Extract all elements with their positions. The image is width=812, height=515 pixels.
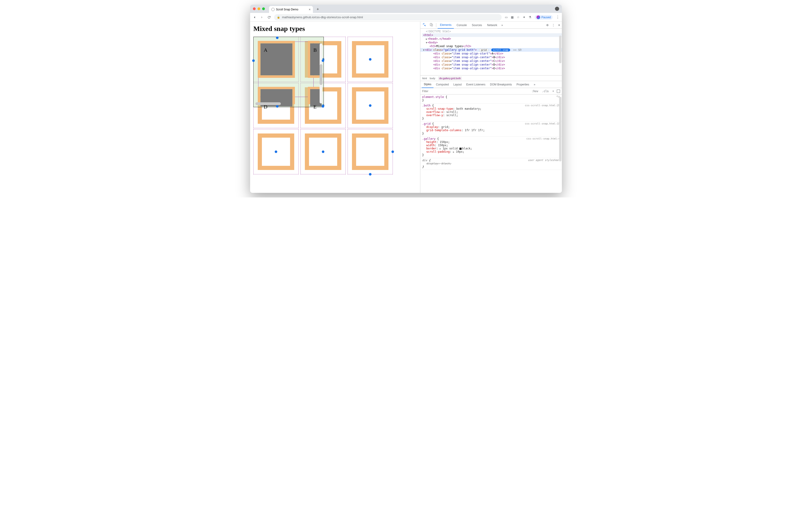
color-swatch-icon[interactable] <box>459 148 462 150</box>
titlebar: Scroll Snap Demo × + <box>250 5 562 13</box>
scroll-snap-badge[interactable]: scroll-snap <box>491 49 510 52</box>
cls-toggle[interactable]: .cls <box>541 89 550 93</box>
settings-icon[interactable]: ⚙ <box>546 23 549 27</box>
computed-sidebar-icon[interactable] <box>557 90 560 93</box>
styles-scrollbar[interactable] <box>559 97 561 162</box>
url-text: mathiasbynens.github.io/css-dbg-stories/… <box>282 16 363 19</box>
lock-icon: 🔒 <box>277 16 280 19</box>
snap-dot-icon <box>276 36 279 39</box>
source-link[interactable]: css-scroll-snap.html:15 <box>525 122 560 125</box>
more-tabs-icon[interactable]: » <box>500 23 504 28</box>
more-styles-tabs-icon[interactable]: » <box>532 81 538 88</box>
tab-dom-breakpoints[interactable]: DOM Breakpoints <box>488 81 514 88</box>
breadcrumb-html[interactable]: html <box>422 77 427 80</box>
snap-dot-icon <box>322 59 324 62</box>
selected-dom-node[interactable]: ▼<div class="gallery grid both"> grid sc… <box>420 48 562 52</box>
styles-rules[interactable]: ᴬA element.style { } css-scroll-snap.htm… <box>420 94 562 193</box>
source-link[interactable]: css-scroll-snap.html:4 <box>526 137 560 140</box>
snap-dot-icon <box>276 105 279 108</box>
snap-dot-icon <box>252 59 255 62</box>
inspect-element-icon[interactable] <box>421 22 428 28</box>
dollar-zero-hint: == $0 <box>513 48 521 52</box>
devtools-panel: Elements Console Sources Network » ⚙ ⋮ ✕… <box>420 22 562 193</box>
tab-sources[interactable]: Sources <box>469 22 484 28</box>
url-field[interactable]: 🔒 mathiasbynens.github.io/css-dbg-storie… <box>274 14 502 21</box>
kebab-icon[interactable]: ⋮ <box>551 23 555 27</box>
tab-event-listeners[interactable]: Event Listeners <box>464 81 488 88</box>
rule-grid: css-scroll-snap.html:15 .grid { display:… <box>420 122 562 137</box>
rule-user-agent: user agent stylesheet div { display: blo… <box>420 158 562 170</box>
tab-layout[interactable]: Layout <box>451 81 464 88</box>
window-account-icon[interactable] <box>555 7 559 11</box>
paused-label: Paused <box>541 16 551 19</box>
browser-window: Scroll Snap Demo × + 🔒 mathiasbynens.git… <box>250 5 562 193</box>
viewport-scrollbar-vertical[interactable] <box>320 44 322 104</box>
svg-rect-1 <box>431 24 433 26</box>
item-a-border <box>258 41 295 78</box>
item-d-border <box>258 87 295 104</box>
tab-styles[interactable]: Styles <box>422 81 433 88</box>
extensions-icon[interactable]: ✦ <box>523 16 525 19</box>
item-b-border <box>308 41 319 78</box>
browser-menu-icon[interactable]: ⋮ <box>556 15 559 20</box>
qr-icon[interactable]: ▦ <box>511 16 514 19</box>
breadcrumb-selected[interactable]: div.gallery.grid.both <box>438 77 462 80</box>
globe-icon <box>271 8 274 11</box>
profile-paused-chip[interactable]: Paused <box>534 15 553 20</box>
rule-both: css-scroll-snap.html:29 .both { scroll-s… <box>420 104 562 122</box>
grid-badge[interactable]: grid <box>479 49 488 52</box>
styles-filter-input[interactable] <box>422 90 529 93</box>
back-button[interactable] <box>253 15 257 20</box>
viewport-scrollbar-horizontal[interactable] <box>255 102 319 105</box>
labs-icon[interactable]: ⚗ <box>529 16 531 19</box>
avatar-icon <box>536 16 540 19</box>
tab-console[interactable]: Console <box>454 22 469 28</box>
dom-tree[interactable]: <!DOCTYPE html> <html> ▶<head>…</head> ▼… <box>420 29 562 76</box>
close-tab-icon[interactable]: × <box>309 8 311 11</box>
traffic-lights <box>253 7 265 10</box>
close-window-icon[interactable] <box>253 7 256 10</box>
forward-button <box>260 15 264 20</box>
tab-elements[interactable]: Elements <box>438 22 454 29</box>
new-rule-button[interactable]: + <box>551 89 555 93</box>
page-area: Mixed snap types A <box>250 22 420 193</box>
snap-cell <box>348 129 393 174</box>
snap-cell <box>253 129 299 174</box>
maximize-window-icon[interactable] <box>262 7 265 10</box>
rule-element-style: element.style { } <box>420 95 562 104</box>
source-link[interactable]: css-scroll-snap.html:29 <box>525 104 560 107</box>
browser-tab[interactable]: Scroll Snap Demo × <box>269 6 313 13</box>
page-heading: Mixed snap types <box>253 25 417 33</box>
tab-properties[interactable]: Properties <box>515 81 531 88</box>
dom-scrollbar[interactable] <box>559 35 561 63</box>
doctype-node: <!DOCTYPE html> <box>426 30 451 33</box>
main-split: Mixed snap types A <box>250 22 562 193</box>
snap-cell <box>348 83 393 128</box>
scroll-viewport-overlay: A B D E <box>253 37 324 107</box>
breadcrumb: html body div.gallery.grid.both <box>420 76 562 81</box>
minimize-window-icon[interactable] <box>258 7 260 10</box>
star-icon[interactable]: ☆ <box>517 16 520 19</box>
snap-cell <box>348 37 393 82</box>
device-toolbar-icon[interactable] <box>428 22 435 28</box>
snap-dot-icon <box>322 105 324 108</box>
urlbar: 🔒 mathiasbynens.github.io/css-dbg-storie… <box>250 13 562 22</box>
reload-button[interactable] <box>267 16 271 19</box>
new-tab-button[interactable]: + <box>315 6 321 12</box>
snap-cell <box>300 129 346 174</box>
close-devtools-icon[interactable]: ✕ <box>557 23 561 27</box>
item-e-border <box>308 87 319 104</box>
ua-source-label: user agent stylesheet <box>528 159 560 162</box>
hov-toggle[interactable]: :hov <box>531 89 539 93</box>
devtools-tabs: Elements Console Sources Network » ⚙ ⋮ ✕ <box>420 22 562 29</box>
tab-network[interactable]: Network <box>485 22 499 28</box>
breadcrumb-body[interactable]: body <box>430 77 435 80</box>
screen-icon[interactable]: ▭ <box>505 16 508 19</box>
styles-filter-bar: :hov .cls + <box>420 88 562 94</box>
tab-computed[interactable]: Computed <box>434 81 451 88</box>
styles-pane-tabs: Styles Computed Layout Event Listeners D… <box>420 81 562 88</box>
rule-gallery: css-scroll-snap.html:4 .gallery { height… <box>420 137 562 158</box>
tab-title: Scroll Snap Demo <box>276 8 298 11</box>
